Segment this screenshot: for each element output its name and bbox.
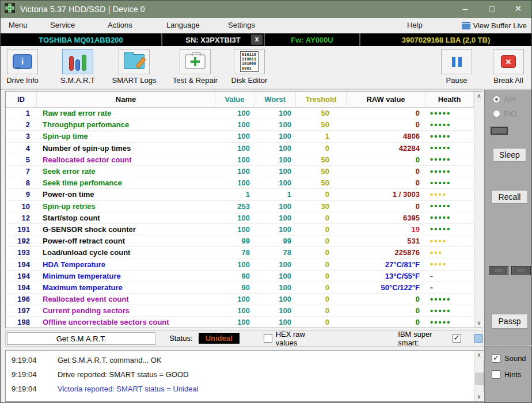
table-row[interactable]: 1Raw read error rate100100500••••• <box>6 108 474 119</box>
col-header-name[interactable]: Name <box>37 92 215 107</box>
cell-value: 100 <box>215 318 254 326</box>
table-row[interactable]: 198Offline uncorrectable sectors count10… <box>6 317 474 328</box>
table-row[interactable]: 10Spin-up retries253100300••••• <box>6 201 474 212</box>
passp-button[interactable]: Passp <box>491 314 528 329</box>
hex-raw-values-option[interactable]: HEX raw values <box>264 330 322 347</box>
sound-label: Sound <box>504 354 526 363</box>
view-buffer-live-button[interactable]: View Buffer Live <box>462 18 527 33</box>
cell-worst: 100 <box>254 178 296 187</box>
drive-firmware: Fw: AY000U <box>265 33 360 46</box>
cell-treshold: 0 <box>296 237 347 245</box>
table-row[interactable]: 8Seek time perfomance100100500••••• <box>6 177 474 189</box>
cell-id: 194 <box>6 260 37 269</box>
cell-raw-value: 0 <box>347 202 425 211</box>
table-row[interactable]: 196Reallocated event count10010000••••• <box>6 294 474 305</box>
table-row[interactable]: 3Spin-up time10010014806••••• <box>6 131 474 142</box>
menu-item-settings[interactable]: Settings <box>226 18 257 33</box>
ibm-checkbox[interactable] <box>453 334 461 343</box>
scroll-down-icon[interactable]: ∨ <box>474 318 484 328</box>
pio-radio[interactable] <box>493 110 500 117</box>
get-smart-button[interactable]: Get S.M.A.R.T. <box>7 332 155 345</box>
log-scroll-up-icon[interactable]: ∧ <box>474 351 484 360</box>
pause-button[interactable]: Pause <box>436 49 477 85</box>
wr-rd-group: WR RD <box>489 266 532 275</box>
menu-item-help[interactable]: Help <box>405 18 425 33</box>
recall-button[interactable]: Recall <box>491 190 528 204</box>
binary-line: 101000 <box>242 62 257 66</box>
menu-item-menu[interactable]: Menu <box>6 18 30 33</box>
folder-pencil-icon <box>124 54 145 69</box>
cell-value: 1 <box>215 190 254 199</box>
col-header-treshold[interactable]: Treshold <box>296 92 347 107</box>
col-header-id[interactable]: ID <box>6 92 37 107</box>
panel-divider <box>485 345 532 347</box>
table-row[interactable]: 197Current pending sectors10010000••••• <box>6 305 474 317</box>
log-scroll-down-icon[interactable]: ∨ <box>474 392 484 401</box>
cell-name: Load/unload cycle count <box>37 248 215 257</box>
drive-info-button[interactable]: i Drive Info <box>2 49 43 85</box>
health-indicator: ••••• <box>425 134 474 139</box>
sleep-button[interactable]: Sleep <box>493 148 526 162</box>
table-row[interactable]: 191G-SENSOR shock counter100100019••••• <box>6 224 474 235</box>
break-all-button[interactable]: ✕ Break All <box>488 49 529 85</box>
log-message: Drive reported: SMART status = GOOD <box>51 370 188 379</box>
table-row[interactable]: 9Power-on time1101 / 3003•••• <box>6 189 474 200</box>
table-row[interactable]: 194Maximum temperature90100050°C/122°F- <box>6 282 474 294</box>
health-indicator: ••••• <box>425 111 474 116</box>
col-header-worst[interactable]: Worst <box>254 92 296 107</box>
col-header-value[interactable]: Value <box>215 92 254 107</box>
table-row[interactable]: 194HDA Temperature100100027°C/81°F•••• <box>6 258 474 270</box>
first-aid-kit-icon <box>185 54 206 69</box>
table-row[interactable]: 4Number of spin-up times100100042284••••… <box>6 143 474 154</box>
table-row[interactable]: 194Minimum temperature90100013°C/55°F- <box>6 271 474 282</box>
menu-item-language[interactable]: Language <box>164 18 202 33</box>
table-row[interactable]: 192Power-off retract count99990531•••• <box>6 235 474 247</box>
test-repair-button[interactable]: Test & Repair <box>174 49 216 85</box>
rd-button[interactable]: RD <box>511 266 531 275</box>
hex-checkbox[interactable] <box>264 334 272 343</box>
sound-option[interactable]: Sound <box>485 354 532 363</box>
col-header-raw-value[interactable]: RAW value <box>347 92 425 107</box>
title-bar: Victoria 5.37 HDD/SSD | Device 0 – □ ✕ <box>1 1 531 18</box>
wr-button[interactable]: WR <box>489 266 508 275</box>
api-radio[interactable] <box>493 96 500 103</box>
table-row[interactable]: 193Load/unload cycle count78780225876••• <box>6 247 474 258</box>
health-indicator: ••••• <box>425 122 474 128</box>
ibm-indicator[interactable] <box>474 334 482 343</box>
log-scroll-thumb[interactable] <box>475 372 484 385</box>
log-scrollbar[interactable]: ∧ ∨ <box>474 351 484 401</box>
menu-item-actions[interactable]: Actions <box>105 18 135 33</box>
hints-option[interactable]: Hints <box>485 370 532 379</box>
cell-raw-value: 0 <box>347 295 425 303</box>
cell-raw-value: 42284 <box>347 144 425 153</box>
minimize-button[interactable]: – <box>452 1 478 18</box>
close-button[interactable]: ✕ <box>505 1 531 18</box>
sound-checkbox[interactable] <box>492 354 500 363</box>
smart-button[interactable]: S.M.A.R.T <box>57 49 98 85</box>
table-scroll-track[interactable] <box>474 101 484 318</box>
cell-id: 191 <box>6 225 37 234</box>
table-row[interactable]: 12Start/stop count10010006395••••• <box>6 212 474 224</box>
smart-table-body: 1Raw read error rate100100500•••••2Throu… <box>6 108 474 328</box>
cell-worst: 100 <box>254 155 296 164</box>
menu-item-service[interactable]: Service <box>48 18 77 33</box>
log-scroll-track[interactable] <box>474 360 484 392</box>
scroll-up-icon[interactable]: ∧ <box>474 92 484 101</box>
pio-radio-option[interactable]: PIO <box>485 109 532 118</box>
log-entry: 9:19:04Victoria reported: SMART status =… <box>6 382 474 396</box>
cell-id: 198 <box>6 318 37 326</box>
table-row[interactable]: 7Seek error rate100100500••••• <box>6 166 474 177</box>
hints-checkbox[interactable] <box>492 370 500 379</box>
col-header-health[interactable]: Health <box>425 92 474 107</box>
cell-name: Maximum temperature <box>37 283 215 292</box>
table-scrollbar[interactable]: ∧ ∨ <box>474 92 484 328</box>
ibm-super-smart-option[interactable]: IBM super smart: <box>398 330 461 347</box>
disk-editor-button[interactable]: 010110 110011 101000 0001 Disk Editor <box>229 49 270 85</box>
cell-name: Current pending sectors <box>37 306 215 315</box>
table-row[interactable]: 2Throughput perfomance100100500••••• <box>6 119 474 131</box>
maximize-button[interactable]: □ <box>478 1 505 18</box>
serial-close-button[interactable]: x <box>251 35 263 45</box>
smart-logs-button[interactable]: SMART Logs <box>113 49 155 85</box>
table-row[interactable]: 5Reallocated sector count100100500••••• <box>6 154 474 166</box>
api-radio-option[interactable]: API <box>485 95 532 104</box>
